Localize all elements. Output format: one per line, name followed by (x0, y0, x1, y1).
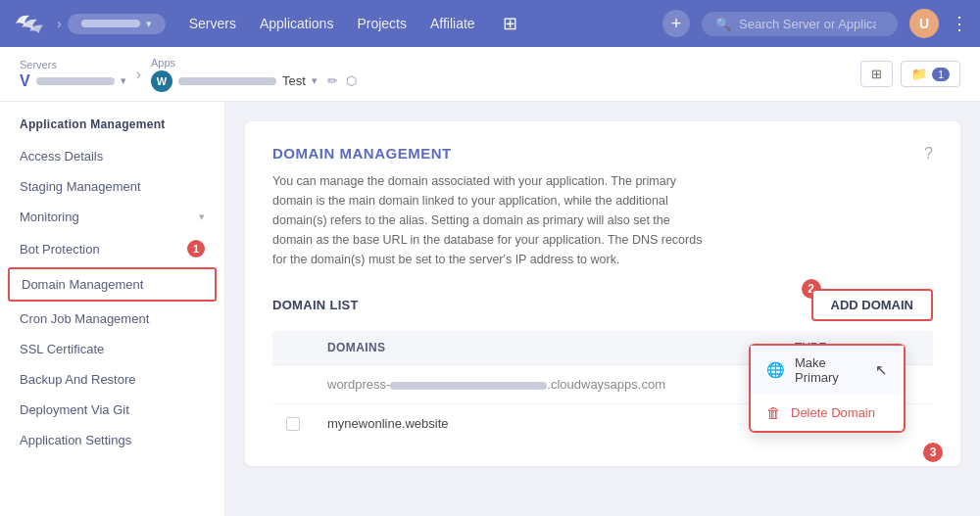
more-options-icon[interactable]: ⋮ (951, 13, 968, 34)
delete-domain-menu-item[interactable]: 🗑 Delete Domain (751, 395, 904, 431)
col-domains: DOMAINS (314, 331, 749, 365)
context-menu: 🌐 Make Primary ↖ 🗑 Delete Domain (749, 344, 906, 433)
add-domain-button[interactable]: ADD DOMAIN (811, 289, 934, 321)
breadcrumb-right: ⊞ 📁 1 (860, 61, 960, 87)
ssl-label: SSL Certificate (20, 342, 104, 356)
top-nav: › ▾ Servers Applications Projects Affili… (0, 0, 980, 47)
row1-domain-suffix: .cloudwaysapps.com (547, 377, 665, 392)
app-name-blurred (178, 77, 276, 85)
domain-list-title: DOMAIN LIST (272, 298, 359, 312)
sidebar-item-cron-job[interactable]: Cron Job Management (0, 304, 224, 334)
app-actions: ✏ ⬡ (327, 73, 357, 88)
sidebar-item-domain-management[interactable]: Domain Management (8, 267, 217, 302)
row1-domain-blurred: wordpress- (327, 377, 390, 392)
wordpress-icon: W (151, 70, 172, 92)
server-name-blurred (81, 20, 140, 27)
globe-icon: 🌐 (766, 361, 785, 379)
row2-checkbox-cell[interactable] (272, 404, 314, 444)
sidebar: Application Management Access Details St… (0, 102, 225, 516)
breadcrumb-separator: › (136, 66, 141, 83)
servers-label: Servers (20, 59, 126, 70)
server-dropdown-icon[interactable]: ▾ (121, 74, 126, 87)
col-checkbox (272, 331, 314, 365)
files-button[interactable]: 📁 1 (901, 61, 960, 87)
delete-domain-label: Delete Domain (791, 405, 875, 420)
server-value: V ▾ (20, 72, 126, 90)
cron-job-label: Cron Job Management (20, 311, 149, 326)
server-pill[interactable]: ▾ (68, 14, 166, 34)
row1-checkbox-cell (272, 365, 314, 404)
row2-checkbox[interactable] (286, 417, 300, 431)
sidebar-item-app-settings[interactable]: Application Settings (0, 425, 224, 455)
search-icon: 🔍 (715, 17, 731, 31)
folder-icon: 📁 (911, 67, 927, 81)
access-details-label: Access Details (20, 149, 103, 164)
apps-label: Apps (151, 57, 357, 69)
domain-management-label: Domain Management (22, 277, 143, 292)
bot-protection-badge: 1 (187, 240, 205, 258)
app-dropdown-icon[interactable]: ▾ (312, 74, 318, 87)
grid-view-button[interactable]: ⊞ (860, 61, 893, 87)
monitoring-label: Monitoring (20, 210, 79, 224)
main-content: DOMAIN MANAGEMENT You can manage the dom… (225, 102, 980, 516)
sidebar-item-bot-protection[interactable]: Bot Protection 1 (0, 232, 224, 265)
nav-affiliate[interactable]: Affiliate (430, 16, 475, 31)
server-name-blurred (36, 77, 115, 85)
sidebar-section-title: Application Management (0, 117, 224, 141)
sidebar-item-staging-management[interactable]: Staging Management (0, 171, 224, 202)
domain-management-card: DOMAIN MANAGEMENT You can manage the dom… (245, 121, 960, 466)
domain-management-title: DOMAIN MANAGEMENT (272, 145, 704, 162)
nav-applications[interactable]: Applications (260, 16, 334, 31)
test-label: Test (282, 73, 306, 88)
main-layout: Application Management Access Details St… (0, 102, 980, 516)
sidebar-item-ssl[interactable]: SSL Certificate (0, 334, 224, 364)
domain-header-left: DOMAIN MANAGEMENT You can manage the dom… (272, 145, 704, 269)
nav-links: Servers Applications Projects Affiliate … (189, 13, 662, 34)
row1-domain-cell: wordpress-.cloudwaysapps.com (314, 365, 749, 404)
trash-icon: 🗑 (766, 404, 781, 421)
sidebar-item-backup[interactable]: Backup And Restore (0, 364, 224, 395)
sidebar-item-access-details[interactable]: Access Details (0, 141, 224, 171)
search-input[interactable] (739, 17, 876, 31)
add-button[interactable]: + (662, 10, 690, 37)
monitoring-chevron: ▾ (199, 211, 205, 223)
domain-description: You can manage the domain associated wit… (272, 171, 704, 269)
apps-breadcrumb: Apps W Test ▾ ✏ ⬡ (151, 57, 357, 92)
add-domain-wrapper: 2 ADD DOMAIN (811, 289, 934, 321)
sidebar-item-monitoring[interactable]: Monitoring ▾ (0, 202, 224, 232)
nav-right: + 🔍 U ⋮ (662, 9, 968, 38)
make-primary-label: Make Primary (795, 355, 865, 385)
vultr-icon: V (20, 72, 30, 90)
user-avatar[interactable]: U (909, 9, 939, 38)
sidebar-item-git[interactable]: Deployment Via Git (0, 395, 224, 425)
help-icon[interactable]: ? (924, 145, 933, 163)
servers-breadcrumb: Servers V ▾ (20, 59, 126, 90)
make-primary-menu-item[interactable]: 🌐 Make Primary ↖ (751, 346, 904, 395)
server-pill-chevron: ▾ (146, 18, 152, 30)
breadcrumb-bar: Servers V ▾ › Apps W Test ▾ ✏ ⬡ ⊞ 📁 1 (0, 47, 980, 102)
external-link-icon[interactable]: ⬡ (346, 73, 357, 88)
bot-protection-label: Bot Protection (20, 242, 100, 257)
nav-projects[interactable]: Projects (357, 16, 407, 31)
nav-servers[interactable]: Servers (189, 16, 236, 31)
domain-list-header: DOMAIN LIST 2 ADD DOMAIN (272, 289, 933, 321)
domain-header: DOMAIN MANAGEMENT You can manage the dom… (272, 145, 933, 269)
edit-icon[interactable]: ✏ (327, 73, 338, 88)
app-settings-label: Application Settings (20, 433, 131, 447)
files-count-badge: 1 (932, 68, 950, 81)
domain-blurred-part (390, 382, 547, 390)
staging-management-label: Staging Management (20, 179, 141, 194)
nav-arrow: › (57, 16, 62, 31)
row2-domain-cell: mynewonline.website (314, 404, 749, 444)
logo[interactable] (12, 10, 47, 37)
git-label: Deployment Via Git (20, 402, 129, 417)
backup-label: Backup And Restore (20, 372, 136, 387)
cursor-icon: ↖ (875, 361, 888, 379)
app-value: W Test ▾ ✏ ⬡ (151, 70, 357, 92)
grid-icon[interactable]: ⊞ (503, 13, 517, 34)
search-bar: 🔍 (702, 12, 898, 36)
context-menu-badge: 3 (923, 443, 943, 462)
